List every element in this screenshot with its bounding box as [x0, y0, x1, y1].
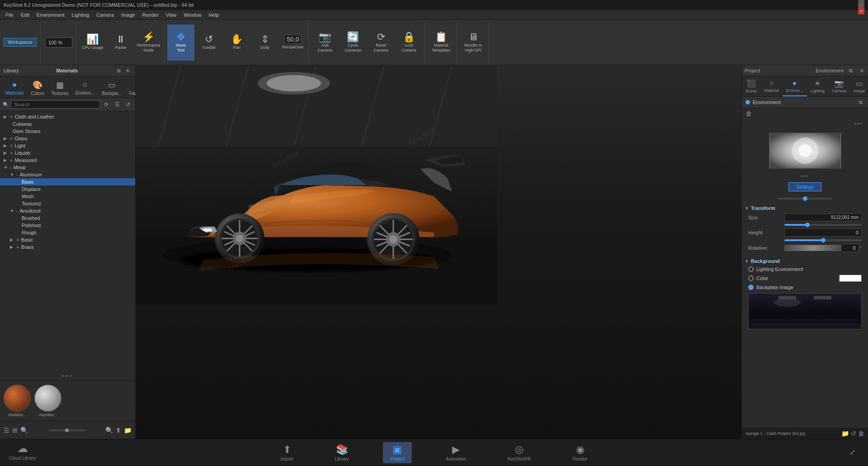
trash-icon[interactable]: 🗑 [745, 110, 752, 117]
search-filter-button[interactable]: ☰ [113, 100, 122, 109]
cycle-cameras-button[interactable]: 🔄 CycleCameras [340, 24, 367, 61]
menu-lighting[interactable]: Lighting [68, 11, 93, 19]
bottom-tab-library[interactable]: 📚 Library [328, 442, 356, 463]
search-bottom-icon[interactable]: 🔍 [20, 427, 28, 434]
bg-lighting-env-option[interactable]: Lighting Environment [745, 265, 865, 273]
bg-backplate-option[interactable]: Backplate Image [745, 283, 865, 291]
tree-item-rough[interactable]: Rough [0, 229, 135, 236]
right-tab-camera[interactable]: 📷 Camera [828, 76, 850, 96]
tree-item-aluminum[interactable]: ▼ - Aluminum [0, 171, 135, 178]
size-slider-track[interactable] [784, 224, 862, 226]
size-slider-handle[interactable] [65, 428, 69, 432]
workspaces-button[interactable]: Workspaces [4, 38, 37, 47]
perspective-button[interactable]: 50,0 Perspective [279, 24, 307, 61]
bottom-tab-project[interactable]: ▣ Project [383, 442, 411, 463]
right-tab-scene[interactable]: ⬛ Scene [742, 76, 761, 96]
search-sync-button[interactable]: ⟳ [102, 100, 111, 109]
move-tool-button[interactable]: ✥ MoveTool [167, 24, 194, 61]
pan-button[interactable]: ✋ Pan [223, 24, 250, 61]
tree-item-gem-stones[interactable]: Gem Stones [0, 128, 135, 135]
tumble-button[interactable]: ↺ Tumble [195, 24, 222, 61]
search-bottom2-icon[interactable]: 🔍 [105, 427, 113, 434]
dolly-button[interactable]: ⇕ Dolly [251, 24, 278, 61]
performance-mode-button[interactable]: ⚡ PerformanceMode [135, 24, 162, 61]
right-tab-material[interactable]: ○ Material [761, 76, 783, 96]
lock-camera-button[interactable]: 🔒 LockCamera [396, 24, 423, 61]
panel-close-button[interactable]: ✕ [124, 67, 132, 74]
reset-camera-button[interactable]: ⟳ ResetCamera [368, 24, 395, 61]
tree-item-light[interactable]: ▶ + Light [0, 142, 135, 149]
height-slider-handle[interactable] [821, 238, 826, 243]
right-tab-environment[interactable]: ● Environ... [783, 76, 807, 96]
refresh-icon[interactable]: ↺ [851, 430, 856, 437]
bottom-tab-import[interactable]: ⬆ Import [273, 442, 300, 463]
thumb-aluminum-copper[interactable]: Aluminu... [4, 385, 31, 417]
background-header[interactable]: ▼ Background [745, 257, 865, 265]
bottom-expand-button[interactable]: ⤢ [845, 445, 859, 459]
tree-item-anodized[interactable]: ▼ - Anodized [0, 207, 135, 214]
bg-lighting-env-radio[interactable] [748, 266, 754, 272]
trash-bottom-icon[interactable]: 🗑 [858, 430, 864, 437]
env-brightness-slider[interactable] [778, 198, 832, 200]
menu-camera[interactable]: Camera [93, 11, 118, 19]
bottom-tab-render[interactable]: ◉ Render [566, 442, 595, 463]
height-slider-track[interactable] [784, 239, 862, 241]
search-input[interactable] [11, 100, 100, 109]
right-panel-close[interactable]: ✕ [858, 67, 865, 74]
maximize-button[interactable]: □ [858, 2, 864, 8]
menu-image[interactable]: Image [118, 11, 139, 19]
menu-environment[interactable]: Environment [33, 11, 68, 19]
upload-icon[interactable]: ⬆ [116, 427, 121, 434]
material-templates-button[interactable]: 📋 MaterialTemplates [428, 24, 455, 61]
right-panel-detach[interactable]: ⧉ [847, 67, 854, 74]
transform-header[interactable]: ▼ Transform [745, 204, 865, 212]
menu-file[interactable]: File [2, 11, 17, 19]
tree-item-cloth-leather[interactable]: ▶ + Cloth and Leather [0, 113, 135, 120]
env-expand-button[interactable]: ⧉ [857, 99, 864, 106]
tree-item-textured[interactable]: Textured [0, 200, 135, 207]
bottom-tab-animation[interactable]: ▶ Animation [439, 442, 473, 463]
tree-item-brushed[interactable]: Brushed [0, 214, 135, 222]
folder-open-icon[interactable]: 📁 [841, 430, 849, 437]
tree-item-cutaway[interactable]: Cutaway [0, 120, 135, 128]
bg-backplate-radio[interactable] [748, 285, 754, 290]
size-slider[interactable] [49, 429, 85, 431]
color-swatch[interactable] [839, 275, 862, 282]
menu-window[interactable]: Window [180, 11, 205, 19]
bg-color-radio[interactable] [748, 276, 754, 281]
close-button[interactable]: ✕ [858, 8, 864, 14]
grid-view-icon[interactable]: ⊞ [12, 427, 18, 434]
menu-render[interactable]: Render [139, 11, 162, 19]
folder-icon[interactable]: 📁 [124, 427, 132, 434]
add-camera-button[interactable]: 📷 AddCamera [311, 24, 339, 61]
tree-item-glass[interactable]: ▶ + Glass [0, 135, 135, 142]
tree-item-measured[interactable]: ▶ + Measured [0, 157, 135, 164]
rotation-slider[interactable] [784, 245, 841, 251]
tree-item-metal[interactable]: ▼ - Metal [0, 164, 135, 171]
right-tab-image[interactable]: ▭ Image [850, 76, 868, 96]
size-slider-handle[interactable] [805, 223, 810, 227]
menu-edit[interactable]: Edit [17, 11, 33, 19]
tab-environments[interactable]: ○ Environ... [72, 78, 98, 98]
env-brightness-handle[interactable] [803, 196, 807, 201]
right-tab-lighting[interactable]: ☀ Lighting [807, 76, 829, 96]
tab-textures[interactable]: ▦ Textures [47, 78, 72, 98]
tab-backplates[interactable]: ▭ Backpla... [99, 78, 126, 98]
thumb-aluminum-silver[interactable]: Aluminu... [34, 385, 61, 417]
list-view-icon[interactable]: ☰ [4, 427, 9, 434]
menu-view[interactable]: View [162, 11, 180, 19]
tree-item-basic[interactable]: ▶ + Basic [0, 236, 135, 243]
viewport[interactable]: ©KeyShot ©KeyShot ©KeyShot ©KeyShot [136, 65, 741, 439]
panel-detach-button[interactable]: ⧉ [115, 67, 123, 74]
tree-item-displace[interactable]: Displace [0, 185, 135, 193]
settings-button[interactable]: Settings [788, 182, 822, 191]
cloud-library-button[interactable]: ☁ Cloud Library [9, 442, 36, 461]
tree-item-brass[interactable]: ▶ + Brass [0, 243, 135, 251]
bottom-tab-keyshot-vr[interactable]: ◎ KeyShotVR [500, 442, 538, 463]
tree-item-polished[interactable]: Polished [0, 222, 135, 229]
tab-materials[interactable]: ● Materials [2, 78, 28, 98]
cpu-usage-button[interactable]: 📊 CPU Usage [79, 24, 106, 61]
search-refresh-button[interactable]: ↺ [123, 100, 132, 109]
menu-help[interactable]: Help [205, 11, 223, 19]
tree-item-mesh[interactable]: Mesh [0, 193, 135, 200]
